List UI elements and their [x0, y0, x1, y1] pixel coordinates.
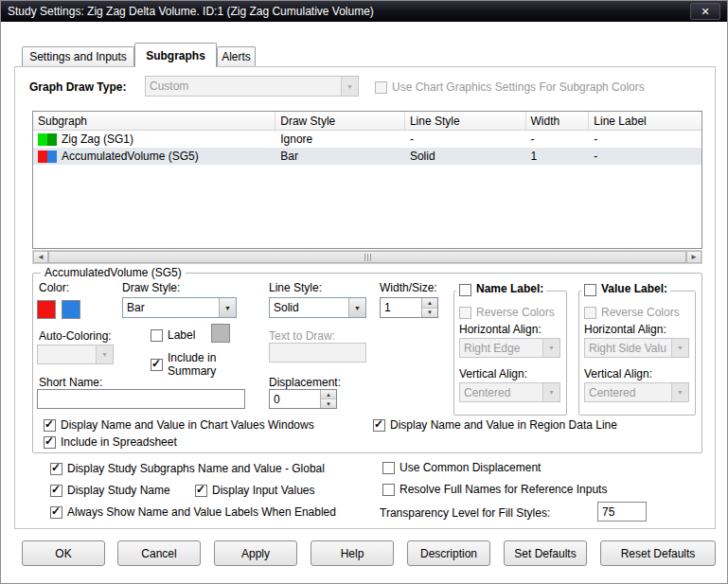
display-input-values-row: ✓ Display Input Values	[195, 484, 315, 498]
help-button[interactable]: Help	[311, 540, 394, 566]
value-horizontal-align-value: Right Side Valu	[585, 339, 671, 357]
column-header-draw-style[interactable]: Draw Style	[275, 112, 405, 130]
display-chart-values-checkbox[interactable]: ✓	[44, 419, 56, 432]
width-size-input[interactable]	[381, 298, 421, 317]
titlebar: Study Settings: Zig Zag Delta Volume. ID…	[1, 1, 727, 22]
apply-button[interactable]: Apply	[214, 540, 297, 566]
table-row-zigzag[interactable]: Zig Zag (SG1) Ignore - - -	[33, 131, 701, 148]
value-label-checkbox[interactable]	[584, 284, 596, 296]
draw-style-combo[interactable]: Bar ▼	[122, 297, 237, 318]
chevron-down-icon: ▼	[348, 298, 365, 317]
primary-color-button[interactable]	[37, 300, 56, 319]
check-icon: ✓	[44, 434, 54, 448]
column-header-subgraph[interactable]: Subgraph	[33, 112, 275, 130]
width-size-spinner[interactable]: ▲▼	[380, 297, 438, 318]
tab-alerts[interactable]: Alerts	[217, 46, 256, 66]
transparency-input[interactable]	[597, 502, 647, 522]
color-swatch-2	[47, 133, 57, 146]
color-swatch-1	[38, 150, 47, 163]
draw-style-value: Bar	[123, 298, 219, 317]
column-header-line-label[interactable]: Line Label	[589, 112, 701, 130]
chevron-down-icon: ▼	[542, 383, 559, 401]
ok-button[interactable]: OK	[22, 540, 105, 566]
display-study-name-checkbox[interactable]: ✓	[50, 485, 62, 497]
display-study-name-row: ✓ Display Study Name	[50, 484, 170, 498]
line-style-combo[interactable]: Solid ▼	[269, 297, 366, 318]
value-reverse-colors-row: Reverse Colors	[584, 306, 680, 320]
displacement-spinner[interactable]: ▲▼	[269, 389, 337, 409]
spin-up-icon[interactable]: ▲	[321, 390, 336, 399]
value-vertical-align-label: Vertical Align:	[584, 367, 652, 380]
subgraph-table: Subgraph Draw Style Line Style Width Lin…	[32, 111, 702, 249]
scrollbar-grip	[364, 254, 365, 261]
resolve-full-names-label: Resolve Full Names for Reference Inputs	[400, 483, 607, 497]
spin-down-icon[interactable]: ▼	[422, 309, 437, 318]
display-chart-values-label: Display Name and Value in Chart Values W…	[61, 418, 314, 433]
use-chart-graphics-row: Use Chart Graphics Settings For Subgraph…	[375, 80, 645, 95]
subgraphs-global-label: Display Study Subgraphs Name and Value -…	[67, 462, 325, 476]
name-reverse-colors-row: Reverse Colors	[459, 306, 555, 320]
display-region-data-checkbox[interactable]: ✓	[373, 419, 385, 432]
column-header-width[interactable]: Width	[526, 112, 590, 130]
spin-up-icon[interactable]: ▲	[422, 298, 437, 309]
display-study-name-label: Display Study Name	[67, 484, 170, 498]
cell-subgraph: Zig Zag (SG1)	[33, 133, 275, 146]
always-show-row: ✓ Always Show Name and Value Labels When…	[50, 505, 336, 520]
label-color-button	[211, 324, 230, 343]
subgraphs-global-checkbox[interactable]: ✓	[50, 463, 62, 475]
column-header-line-style[interactable]: Line Style	[405, 112, 526, 130]
scrollbar-thumb[interactable]	[48, 251, 686, 263]
display-input-values-checkbox[interactable]: ✓	[195, 485, 207, 497]
resolve-full-names-checkbox[interactable]	[382, 484, 395, 496]
description-button[interactable]: Description	[407, 540, 490, 566]
scroll-right-icon[interactable]: ►	[686, 251, 701, 263]
tab-subgraphs[interactable]: Subgraphs	[134, 43, 217, 67]
color-label: Color:	[39, 281, 69, 294]
table-row-accumulated-volume[interactable]: AccumulatedVolume (SG5) Bar Solid 1 -	[33, 148, 701, 165]
check-icon: ✓	[196, 483, 205, 496]
chevron-down-icon: ▼	[542, 339, 559, 357]
name-reverse-colors-checkbox	[459, 307, 471, 319]
auto-coloring-label: Auto-Coloring:	[39, 329, 112, 343]
set-defaults-button[interactable]: Set Defaults	[504, 540, 587, 566]
auto-coloring-value	[38, 345, 96, 363]
scroll-left-icon[interactable]: ◄	[33, 251, 48, 263]
chevron-down-icon: ▼	[219, 298, 236, 317]
use-chart-graphics-checkbox	[375, 81, 387, 94]
cancel-button[interactable]: Cancel	[117, 540, 201, 566]
reset-defaults-button[interactable]: Reset Defaults	[600, 540, 716, 566]
text-to-draw-label: Text to Draw:	[269, 329, 335, 343]
check-icon: ✓	[151, 357, 161, 370]
common-displacement-checkbox[interactable]	[382, 462, 395, 474]
include-spreadsheet-checkbox[interactable]: ✓	[44, 436, 56, 449]
subgraphs-global-row: ✓ Display Study Subgraphs Name and Value…	[50, 462, 325, 476]
subgraph-name: Zig Zag (SG1)	[62, 133, 133, 146]
cell-width: 1	[526, 150, 590, 163]
include-in-summary-checkbox[interactable]: ✓	[151, 359, 163, 371]
window-title: Study Settings: Zig Zag Delta Volume. ID…	[8, 5, 690, 18]
name-horizontal-align-combo: Right Edge ▼	[459, 338, 560, 358]
scrollbar-grip	[370, 254, 371, 261]
chevron-down-icon: ▼	[671, 339, 688, 357]
close-button[interactable]: ✕	[690, 3, 720, 20]
cell-width: -	[526, 133, 590, 146]
display-chart-values-row: ✓ Display Name and Value in Chart Values…	[44, 418, 314, 433]
displacement-label: Displacement:	[269, 376, 341, 389]
cell-line-label: -	[589, 150, 701, 163]
name-vertical-align-combo: Centered ▼	[459, 382, 560, 402]
secondary-color-button[interactable]	[62, 300, 80, 319]
cell-draw-style: Bar	[275, 150, 405, 163]
spin-down-icon[interactable]: ▼	[321, 399, 336, 408]
short-name-input[interactable]	[37, 389, 245, 409]
displacement-input[interactable]	[270, 390, 320, 408]
always-show-checkbox[interactable]: ✓	[50, 506, 62, 519]
display-region-data-label: Display Name and Value in Region Data Li…	[390, 418, 617, 433]
name-label-checkbox[interactable]	[459, 284, 471, 296]
label-checkbox[interactable]	[151, 329, 163, 342]
check-icon: ✓	[374, 417, 383, 431]
tab-settings-and-inputs[interactable]: Settings and Inputs	[22, 46, 134, 66]
include-spreadsheet-label: Include in Spreadsheet	[61, 435, 177, 450]
table-header: Subgraph Draw Style Line Style Width Lin…	[33, 112, 701, 131]
subgraph-color-swatches	[38, 150, 57, 163]
table-horizontal-scrollbar[interactable]: ◄ ►	[32, 250, 702, 264]
